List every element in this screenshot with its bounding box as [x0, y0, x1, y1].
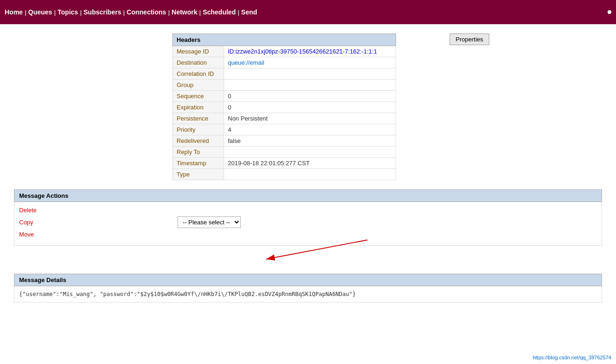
header-field-value: 4 [224, 124, 396, 135]
nav-sep-7: | [238, 9, 240, 16]
copy-destination-select[interactable]: -- Please select -- [178, 216, 241, 228]
top-navigation: Home | Queues | Topics | Subscribers | C… [0, 0, 616, 24]
nav-sep-6: | [199, 9, 201, 16]
copy-label: Copy [19, 219, 178, 226]
nav-indicator [608, 10, 611, 14]
header-field-value: 0 [224, 91, 396, 102]
header-field-label: Sequence [173, 91, 224, 102]
nav-sep-5: | [168, 9, 170, 16]
nav-topics[interactable]: Topics [58, 8, 78, 16]
properties-button[interactable]: Properties [450, 34, 489, 45]
copy-row: Copy -- Please select -- [19, 216, 597, 228]
header-field-label: Group [173, 80, 224, 91]
nav-sep-4: | [123, 9, 125, 16]
arrow-area [14, 236, 602, 264]
footer-link[interactable]: https://blog.csdn.net/qq_39762574 [533, 355, 611, 360]
message-details-content: {"username":"Mis_wang", "password":"$2y$… [19, 291, 597, 297]
header-field-value [224, 80, 396, 91]
header-field-label: Timestamp [173, 158, 224, 169]
message-details-body: {"username":"Mis_wang", "password":"$2y$… [14, 286, 602, 303]
header-field-value [224, 169, 396, 180]
header-field-label: Redelivered [173, 135, 224, 147]
headers-title: Headers [173, 34, 396, 46]
message-details-title: Message Details [14, 274, 602, 286]
main-content: Properties Headers Message IDID:izzwe2n1… [0, 24, 616, 312]
nav-sep-2: | [54, 9, 56, 16]
header-field-label: Message ID [173, 46, 224, 57]
header-field-value: Non Persistent [224, 113, 396, 124]
header-field-value: 2019-08-18 22:01:05:277 CST [224, 158, 396, 169]
nav-sep-3: | [80, 9, 82, 16]
header-field-label: Type [173, 169, 224, 180]
nav-sep-1: | [25, 9, 27, 16]
nav-connections[interactable]: Connections [127, 8, 166, 16]
header-field-label: Priority [173, 124, 224, 135]
nav-home[interactable]: Home [5, 8, 23, 16]
nav-scheduled[interactable]: Scheduled [203, 8, 236, 16]
message-details-container: Message Details {"username":"Mis_wang", … [14, 274, 602, 303]
header-field-label: Expiration [173, 102, 224, 113]
header-field-label: Persistence [173, 113, 224, 124]
nav-send[interactable]: Send [241, 8, 257, 16]
red-arrow-icon [14, 236, 602, 264]
nav-subscribers[interactable]: Subscribers [83, 8, 121, 16]
header-field-value: false [224, 135, 396, 147]
header-field-value [224, 147, 396, 158]
headers-table: Headers Message IDID:izzwe2n1xj0tlpz-397… [172, 34, 396, 180]
header-field-label: Correlation ID [173, 68, 224, 80]
nav-network[interactable]: Network [171, 8, 197, 16]
message-actions-title: Message Actions [14, 189, 602, 202]
headers-section: Properties Headers Message IDID:izzwe2n1… [172, 34, 396, 180]
header-field-value: 0 [224, 102, 396, 113]
svg-line-1 [266, 240, 368, 259]
header-field-value [224, 68, 396, 80]
delete-link[interactable]: Delete [19, 207, 597, 214]
header-field-label: Destination [173, 57, 224, 68]
header-field-label: Reply To [173, 147, 224, 158]
header-field-value: ID:izzwe2n1xj0tlpz-39750-1565426621621-7… [224, 46, 396, 57]
destination-link[interactable]: queue://email [228, 59, 264, 66]
header-field-value: queue://email [224, 57, 396, 68]
nav-queues[interactable]: Queues [28, 8, 52, 16]
